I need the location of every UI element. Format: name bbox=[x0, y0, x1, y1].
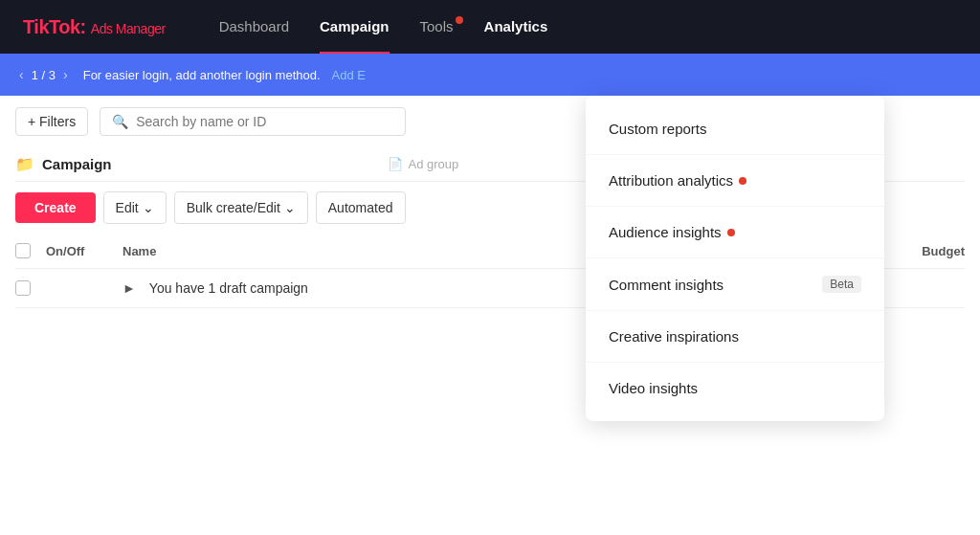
nav-dashboard[interactable]: Dashboard bbox=[219, 18, 289, 36]
select-all-checkbox[interactable] bbox=[15, 243, 31, 258]
analytics-dropdown: Custom reports Attribution analytics Aud… bbox=[586, 96, 884, 421]
create-button[interactable]: Create bbox=[15, 192, 96, 223]
bulk-chevron-icon: ⌄ bbox=[284, 200, 296, 215]
beta-badge: Beta bbox=[822, 276, 861, 293]
menu-item-attribution-analytics[interactable]: Attribution analytics bbox=[586, 155, 884, 207]
adgroup-col-label: Ad group bbox=[409, 157, 459, 171]
menu-item-audience-insights[interactable]: Audience insights bbox=[586, 207, 884, 258]
attribution-analytics-label: Attribution analytics bbox=[609, 172, 733, 189]
nav-tools-wrapper: Tools bbox=[420, 18, 454, 35]
adgroup-col-icon: 📄 bbox=[388, 157, 403, 171]
notification-text: For easier login, add another login meth… bbox=[83, 68, 321, 82]
logo-colon: : bbox=[80, 16, 86, 37]
prev-arrow[interactable]: ‹ bbox=[15, 65, 28, 84]
nav-analytics[interactable]: Analytics bbox=[484, 18, 548, 36]
nav-analytics-wrapper: Analytics bbox=[484, 18, 548, 35]
select-all-col bbox=[15, 243, 46, 258]
filters-button[interactable]: + Filters bbox=[15, 107, 88, 136]
main-content: + Filters 🔍 📁 Campaign 📄 Ad group 📄 Ad C… bbox=[0, 96, 980, 535]
campaign-icon: 📁 bbox=[15, 155, 34, 173]
menu-item-creative-inspirations[interactable]: Creative inspirations bbox=[586, 311, 884, 363]
row-checkbox[interactable] bbox=[15, 280, 31, 296]
edit-button[interactable]: Edit ⌄ bbox=[103, 191, 167, 224]
row-draft-label: You have 1 draft campaign bbox=[149, 280, 308, 296]
menu-item-video-insights[interactable]: Video insights bbox=[586, 363, 884, 413]
nav-campaign[interactable]: Campaign bbox=[320, 18, 390, 36]
audience-dot bbox=[727, 229, 735, 236]
video-insights-label: Video insights bbox=[609, 380, 698, 396]
next-arrow[interactable]: › bbox=[59, 65, 72, 84]
bulk-create-button[interactable]: Bulk create/Edit ⌄ bbox=[174, 191, 308, 224]
nav-campaign-wrapper: Campaign bbox=[320, 18, 390, 35]
menu-item-custom-reports[interactable]: Custom reports bbox=[586, 103, 884, 155]
search-icon: 🔍 bbox=[112, 114, 128, 129]
campaign-section-title: Campaign bbox=[42, 156, 112, 172]
search-box: 🔍 bbox=[100, 107, 406, 136]
logo-text: TikTok bbox=[23, 16, 80, 37]
logo-subtitle: Ads Manager bbox=[91, 21, 166, 36]
tools-notification-dot bbox=[456, 16, 463, 24]
notification-bar: ‹ 1 / 3 › For easier login, add another … bbox=[0, 54, 980, 96]
edit-chevron-icon: ⌄ bbox=[143, 200, 154, 215]
page-indicator: 1 / 3 bbox=[32, 68, 56, 82]
nav-dashboard-wrapper: Dashboard bbox=[219, 18, 289, 35]
filters-label: + Filters bbox=[28, 114, 76, 129]
notification-link[interactable]: Add E bbox=[332, 68, 366, 82]
logo: TikTok: Ads Manager bbox=[23, 16, 166, 38]
attribution-dot bbox=[739, 177, 746, 185]
nav-tools[interactable]: Tools bbox=[420, 18, 454, 36]
comment-insights-label: Comment insights bbox=[609, 277, 724, 293]
menu-item-comment-insights[interactable]: Comment insights Beta bbox=[586, 258, 884, 311]
creative-inspirations-label: Creative inspirations bbox=[609, 328, 739, 345]
audience-insights-label: Audience insights bbox=[609, 224, 722, 240]
header: TikTok: Ads Manager Dashboard Campaign T… bbox=[0, 0, 980, 54]
nav-arrows: ‹ 1 / 3 › bbox=[15, 65, 72, 84]
custom-reports-label: Custom reports bbox=[609, 121, 707, 137]
search-input[interactable] bbox=[136, 114, 393, 129]
automated-button[interactable]: Automated bbox=[316, 191, 406, 224]
nav-items: Dashboard Campaign Tools Analytics bbox=[219, 18, 548, 35]
row-check-col bbox=[15, 280, 46, 296]
row-expand-arrow[interactable]: ► bbox=[122, 280, 136, 296]
onoff-col-header: On/Off bbox=[46, 244, 122, 258]
